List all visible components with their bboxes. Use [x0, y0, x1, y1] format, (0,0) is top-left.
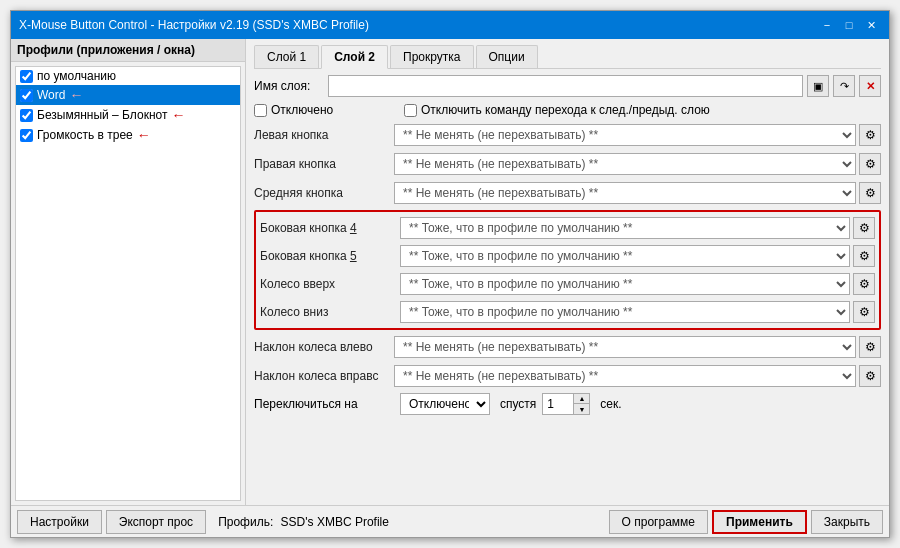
wheel-down-label: Колесо вниз: [260, 305, 400, 319]
tilt-left-label: Наклон колеса влево: [254, 340, 394, 354]
after-label: спустя: [500, 397, 536, 411]
profile-checkbox-notepad[interactable]: [20, 109, 33, 122]
tab-scroll[interactable]: Прокрутка: [390, 45, 473, 68]
profile-checkbox-word[interactable]: [20, 89, 33, 102]
switch-to-label: Переключиться на: [254, 397, 394, 411]
left-panel: Профили (приложения / окна) по умолчанию…: [11, 39, 246, 505]
disabled-right-label: Отключить команду перехода к след./преды…: [421, 103, 710, 117]
profile-checkbox-volume[interactable]: [20, 129, 33, 142]
tilt-left-controls: ** Не менять (не перехватывать) ** ⚙: [394, 336, 881, 358]
layer-icon-btn2[interactable]: ↷: [833, 75, 855, 97]
tilt-left-select[interactable]: ** Не менять (не перехватывать) **: [394, 336, 856, 358]
side-button4-gear[interactable]: ⚙: [853, 217, 875, 239]
side-button5-gear[interactable]: ⚙: [853, 245, 875, 267]
word-arrow-icon: ←: [69, 87, 83, 103]
status-bar: Настройки Экспорт прос Профиль: SSD's XM…: [11, 505, 889, 537]
right-panel: Слой 1 Слой 2 Прокрутка Опции Имя слоя: …: [246, 39, 889, 505]
tabs: Слой 1 Слой 2 Прокрутка Опции: [254, 45, 881, 69]
wheel-down-select[interactable]: ** Тоже, что в профиле по умолчанию **: [400, 301, 850, 323]
tab-layer2[interactable]: Слой 2: [321, 45, 388, 69]
middle-button-row: Средняя кнопка ** Не менять (не перехват…: [254, 181, 881, 205]
tilt-left-row: Наклон колеса влево ** Не менять (не пер…: [254, 335, 881, 359]
left-button-select[interactable]: ** Не менять (не перехватывать) **: [394, 124, 856, 146]
middle-button-select[interactable]: ** Не менять (не перехватывать) **: [394, 182, 856, 204]
side-button5-label: Боковая кнопка 5: [260, 249, 400, 263]
wheel-up-gear[interactable]: ⚙: [853, 273, 875, 295]
left-button-controls: ** Не менять (не перехватывать) ** ⚙: [394, 124, 881, 146]
spin-up-button[interactable]: ▲: [573, 394, 589, 404]
title-bar-buttons: − □ ✕: [817, 16, 881, 34]
profile-list: по умолчанию Word ← Безымянный – Блокнот…: [15, 66, 241, 501]
side-button4-row: Боковая кнопка 4 ** Тоже, что в профиле …: [260, 216, 875, 240]
middle-button-label: Средняя кнопка: [254, 186, 394, 200]
close-window-button[interactable]: Закрыть: [811, 510, 883, 534]
profile-label-volume: Громкость в трее: [37, 128, 133, 142]
side-button5-controls: ** Тоже, что в профиле по умолчанию ** ⚙: [400, 245, 875, 267]
profile-label-default: по умолчанию: [37, 69, 116, 83]
wheel-up-row: Колесо вверх ** Тоже, что в профиле по у…: [260, 272, 875, 296]
profile-label-word: Word: [37, 88, 65, 102]
right-button-gear[interactable]: ⚙: [859, 153, 881, 175]
switch-to-select[interactable]: Отключено: [400, 393, 490, 415]
wheel-down-row: Колесо вниз ** Тоже, что в профиле по ум…: [260, 300, 875, 324]
side-button4-select[interactable]: ** Тоже, что в профиле по умолчанию **: [400, 217, 850, 239]
layer-name-label: Имя слоя:: [254, 79, 324, 93]
disabled-label: Отключено: [271, 103, 333, 117]
form-area: Имя слоя: ▣ ↷ ✕ Отключено Отключить кома…: [254, 75, 881, 499]
right-button-label: Правая кнопка: [254, 157, 394, 171]
wheel-down-controls: ** Тоже, что в профиле по умолчанию ** ⚙: [400, 301, 875, 323]
disabled-row: Отключено Отключить команду перехода к с…: [254, 103, 881, 117]
middle-button-controls: ** Не менять (не перехватывать) ** ⚙: [394, 182, 881, 204]
minimize-button[interactable]: −: [817, 16, 837, 34]
notepad-arrow-icon: ←: [171, 107, 185, 123]
tilt-right-gear[interactable]: ⚙: [859, 365, 881, 387]
apply-button[interactable]: Применить: [712, 510, 807, 534]
profile-item-word[interactable]: Word ←: [16, 85, 240, 105]
left-button-row: Левая кнопка ** Не менять (не перехватыв…: [254, 123, 881, 147]
right-button-select[interactable]: ** Не менять (не перехватывать) **: [394, 153, 856, 175]
switch-number-wrapper: ▲ ▼: [542, 393, 590, 415]
tilt-right-select[interactable]: ** Не менять (не перехватывать) **: [394, 365, 856, 387]
profile-label-notepad: Безымянный – Блокнот: [37, 108, 167, 122]
left-button-gear[interactable]: ⚙: [859, 124, 881, 146]
wheel-down-gear[interactable]: ⚙: [853, 301, 875, 323]
side-button5-select[interactable]: ** Тоже, что в профиле по умолчанию **: [400, 245, 850, 267]
disabled-right: Отключить команду перехода к след./преды…: [404, 103, 881, 117]
middle-button-gear[interactable]: ⚙: [859, 182, 881, 204]
profile-item-default[interactable]: по умолчанию: [16, 67, 240, 85]
profiles-header: Профили (приложения / окна): [11, 39, 245, 62]
close-button[interactable]: ✕: [861, 16, 881, 34]
switch-number-input[interactable]: [543, 396, 573, 412]
maximize-button[interactable]: □: [839, 16, 859, 34]
window-title: X-Mouse Button Control - Настройки v2.19…: [19, 18, 369, 32]
highlighted-section: Боковая кнопка 4 ** Тоже, что в профиле …: [254, 210, 881, 330]
layer-name-input[interactable]: [328, 75, 803, 97]
side-button4-controls: ** Тоже, что в профиле по умолчанию ** ⚙: [400, 217, 875, 239]
settings-button[interactable]: Настройки: [17, 510, 102, 534]
disabled-left: Отключено: [254, 103, 394, 117]
layer-icon-btn3[interactable]: ✕: [859, 75, 881, 97]
disabled-right-checkbox[interactable]: [404, 104, 417, 117]
profile-item-volume[interactable]: Громкость в трее ←: [16, 125, 240, 145]
tab-layer1[interactable]: Слой 1: [254, 45, 319, 68]
layer-icon-btn1[interactable]: ▣: [807, 75, 829, 97]
tilt-left-gear[interactable]: ⚙: [859, 336, 881, 358]
export-button[interactable]: Экспорт прос: [106, 510, 206, 534]
about-button[interactable]: О программе: [609, 510, 708, 534]
profile-checkbox-default[interactable]: [20, 70, 33, 83]
title-bar: X-Mouse Button Control - Настройки v2.19…: [11, 11, 889, 39]
sec-label: сек.: [600, 397, 621, 411]
tilt-right-controls: ** Не менять (не перехватывать) ** ⚙: [394, 365, 881, 387]
spin-down-button[interactable]: ▼: [573, 404, 589, 414]
tilt-right-row: Наклон колеса вправс ** Не менять (не пе…: [254, 364, 881, 388]
spin-buttons: ▲ ▼: [573, 394, 589, 414]
wheel-up-select[interactable]: ** Тоже, что в профиле по умолчанию **: [400, 273, 850, 295]
profile-item-notepad[interactable]: Безымянный – Блокнот ←: [16, 105, 240, 125]
right-button-row: Правая кнопка ** Не менять (не перехваты…: [254, 152, 881, 176]
disabled-checkbox[interactable]: [254, 104, 267, 117]
tab-options[interactable]: Опции: [476, 45, 538, 68]
main-content: Профили (приложения / окна) по умолчанию…: [11, 39, 889, 505]
layer-name-row: Имя слоя: ▣ ↷ ✕: [254, 75, 881, 97]
side-button4-label: Боковая кнопка 4: [260, 221, 400, 235]
wheel-up-label: Колесо вверх: [260, 277, 400, 291]
